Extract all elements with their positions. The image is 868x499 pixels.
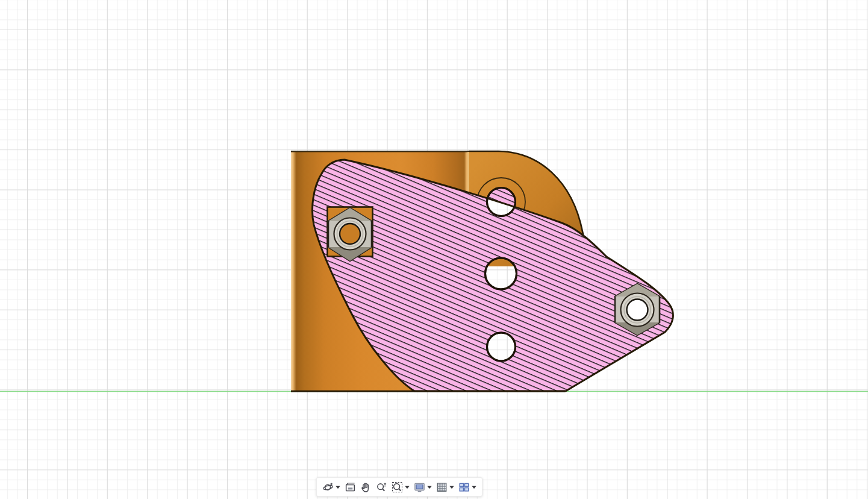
viewports-icon bbox=[458, 482, 470, 493]
display-settings-icon bbox=[414, 482, 425, 493]
nut-hole-right bbox=[627, 300, 648, 321]
pan-button[interactable] bbox=[360, 482, 372, 493]
display-settings-button[interactable] bbox=[414, 482, 432, 493]
grid-and-snaps-button[interactable] bbox=[436, 482, 454, 493]
display-settings-dropdown-caret[interactable] bbox=[427, 486, 432, 489]
orbit-button[interactable] bbox=[322, 482, 340, 493]
look-at-button[interactable] bbox=[345, 482, 356, 493]
grid-icon bbox=[436, 482, 448, 493]
viewports-dropdown-caret[interactable] bbox=[472, 486, 476, 489]
fit-dropdown-caret[interactable] bbox=[405, 486, 410, 489]
navigation-toolbar bbox=[316, 477, 482, 497]
model-scene bbox=[0, 0, 868, 499]
viewports-button[interactable] bbox=[458, 482, 476, 493]
pan-icon bbox=[360, 482, 372, 493]
nut-hole-left bbox=[340, 224, 360, 244]
orbit-icon bbox=[322, 482, 334, 493]
fit-icon bbox=[392, 482, 403, 493]
grid-and-snaps-dropdown-caret[interactable] bbox=[449, 486, 454, 489]
zoom-icon bbox=[376, 482, 387, 493]
zoom-button[interactable] bbox=[376, 482, 387, 493]
orbit-dropdown-caret[interactable] bbox=[336, 486, 340, 489]
look-at-icon bbox=[345, 482, 356, 493]
hole-bottom bbox=[487, 333, 516, 361]
fit-button[interactable] bbox=[392, 482, 410, 493]
